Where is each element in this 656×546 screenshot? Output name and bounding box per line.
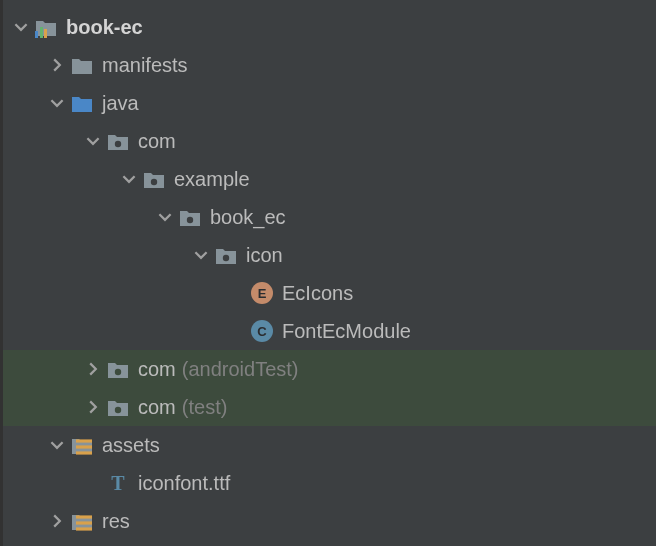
font-file-icon: T <box>106 471 130 495</box>
package-icon <box>214 243 238 267</box>
svg-point-1 <box>151 179 157 185</box>
chevron-right-icon <box>44 514 70 528</box>
tree-row-res[interactable]: res <box>0 502 656 540</box>
tree-label-fontecmodule: FontEcModule <box>282 320 411 343</box>
package-icon <box>178 205 202 229</box>
tree-row-com-androidtest[interactable]: com (androidTest) <box>0 350 656 388</box>
folder-icon <box>70 53 94 77</box>
chevron-right-icon <box>80 362 106 376</box>
package-icon <box>106 357 130 381</box>
chevron-right-icon <box>44 58 70 72</box>
java-folder-icon <box>70 91 94 115</box>
tree-label-com-t: com <box>138 396 176 419</box>
tree-label-bookec: book_ec <box>210 206 286 229</box>
tree-label-example: example <box>174 168 250 191</box>
tree-label-iconfont: iconfont.ttf <box>138 472 230 495</box>
chevron-down-icon <box>44 96 70 110</box>
tree-label-root: book-ec <box>66 16 143 39</box>
tree-row-com[interactable]: com <box>0 122 656 160</box>
chevron-right-icon <box>80 400 106 414</box>
tree-suffix-test: (test) <box>182 396 228 419</box>
tree-row-iconfont[interactable]: T iconfont.ttf <box>0 464 656 502</box>
tree-label-ecicons: EcIcons <box>282 282 353 305</box>
tree-row-assets[interactable]: assets <box>0 426 656 464</box>
tree-suffix-androidtest: (androidTest) <box>182 358 299 381</box>
tree-row-icon[interactable]: icon <box>0 236 656 274</box>
package-icon <box>106 395 130 419</box>
chevron-down-icon <box>80 134 106 148</box>
chevron-down-icon <box>8 20 34 34</box>
assets-folder-icon <box>70 433 94 457</box>
package-icon <box>142 167 166 191</box>
chevron-down-icon <box>116 172 142 186</box>
svg-point-2 <box>187 217 193 223</box>
tree-row-java[interactable]: java <box>0 84 656 122</box>
chevron-down-icon <box>44 438 70 452</box>
enum-class-icon: E <box>250 281 274 305</box>
svg-point-3 <box>223 255 229 261</box>
tree-row-manifests[interactable]: manifests <box>0 46 656 84</box>
tree-row-com-test[interactable]: com (test) <box>0 388 656 426</box>
tree-label-com: com <box>138 130 176 153</box>
svg-point-0 <box>115 141 121 147</box>
res-folder-icon <box>70 509 94 533</box>
svg-point-5 <box>115 407 121 413</box>
module-icon <box>34 15 58 39</box>
java-class-icon: C <box>250 319 274 343</box>
tree-row-ecicons[interactable]: E EcIcons <box>0 274 656 312</box>
tree-label-res: res <box>102 510 130 533</box>
tree-row-bookec[interactable]: book_ec <box>0 198 656 236</box>
tree-label-icon: icon <box>246 244 283 267</box>
tree-label-com-at: com <box>138 358 176 381</box>
tree-label-manifests: manifests <box>102 54 188 77</box>
svg-point-4 <box>115 369 121 375</box>
tree-label-java: java <box>102 92 139 115</box>
package-icon <box>106 129 130 153</box>
tree-row-fontecmodule[interactable]: C FontEcModule <box>0 312 656 350</box>
tree-label-assets: assets <box>102 434 160 457</box>
chevron-down-icon <box>152 210 178 224</box>
tree-row-example[interactable]: example <box>0 160 656 198</box>
chevron-down-icon <box>188 248 214 262</box>
tree-row-root[interactable]: book-ec <box>0 8 656 46</box>
